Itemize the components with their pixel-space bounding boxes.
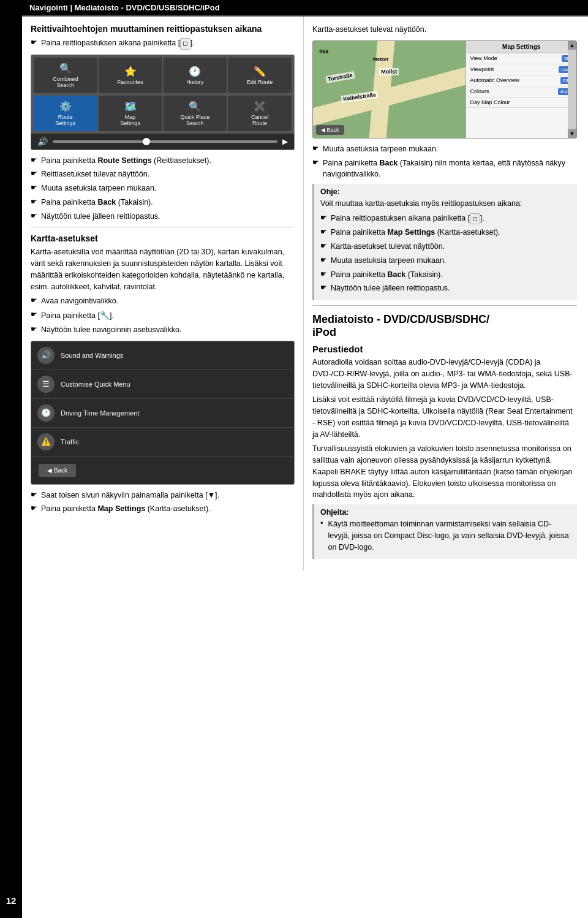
sound-item-label-3: Driving Time Management xyxy=(61,409,139,417)
bold-back-1: Back xyxy=(97,198,116,207)
key-symbol: □ xyxy=(180,38,190,50)
nav-btn-label: RouteSettings xyxy=(56,114,76,126)
arrow-icon-k5: ☛ xyxy=(31,504,37,512)
history-icon: 🕐 xyxy=(189,66,201,77)
scroll-down-btn[interactable]: ▼ xyxy=(568,129,576,138)
map-setting-viewpoint[interactable]: Viewpoint Low xyxy=(466,64,576,75)
kartta-bullet-3: ☛ Näyttöön tulee navigoinnin asetusvalik… xyxy=(31,324,295,336)
day-map-label: Day Map Colour xyxy=(470,99,510,105)
ohje-bullet-2: ☛ Paina painiketta Map Settings (Kartta-… xyxy=(320,227,571,238)
ohje-title: Ohje: xyxy=(320,188,571,196)
bullet-item-5: ☛ Paina painiketta Back (Takaisin). xyxy=(31,197,295,208)
nav-btn-edit-route[interactable]: ✏️ Edit Route xyxy=(228,58,292,93)
nav-btn-label: MapSettings xyxy=(120,114,140,126)
arrow-icon-1: ☛ xyxy=(31,38,37,47)
sound-item-4[interactable]: ⚠️ Traffic xyxy=(31,428,294,457)
ohjeita-bullet-text: Käytä moitteettoman toiminnan varmistami… xyxy=(328,518,571,553)
arrow-icon-r2: ☛ xyxy=(312,158,319,167)
kartta-bullet-2: ☛ Paina painiketta [🔧]. xyxy=(31,309,295,322)
arrow-icon-r1: ☛ xyxy=(312,144,319,153)
viewpoint-label: Viewpoint xyxy=(470,66,494,72)
page-number: 12 xyxy=(6,895,17,906)
nav-btn-label: Edit Route xyxy=(247,79,273,85)
bullet-text-r1: Muuta asetuksia tarpeen mukaan. xyxy=(323,143,438,155)
sound-screenshot: 🔊 Sound and Warnings ☰ Customise Quick M… xyxy=(31,341,295,485)
kartta-bullet-5: ☛ Paina painiketta Map Settings (Kartta-… xyxy=(31,503,295,515)
sound-item-label-1: Sound and Warnings xyxy=(61,352,123,359)
arrow-icon-k4: ☛ xyxy=(31,490,37,499)
nav-btn-label: Quick PlaceSearch xyxy=(180,114,209,126)
traffic-icon: ⚠️ xyxy=(37,433,55,450)
ohje-bullet-1: ☛ Paina reittiopastuksen aikana painiket… xyxy=(320,213,571,225)
right-column: Kartta-asetukset tulevat näyttöön. 96a M… xyxy=(304,17,586,570)
ohjeita-bullet-1: • Käytä moitteettoman toiminnan varmista… xyxy=(320,518,571,553)
nav-btn-favourites[interactable]: ⭐ Favourites xyxy=(99,58,162,93)
map-setting-colours[interactable]: Colours Auto xyxy=(466,86,576,97)
down-arrow-icon: ▼ xyxy=(208,491,215,499)
ohje-box: Ohje: Voit muuttaa kartta-asetuksia myös… xyxy=(312,184,577,300)
right-bullet-1: ☛ Muuta asetuksia tarpeen mukaan. xyxy=(312,143,577,155)
map-area: 96a Metzer Torstraße Mollst Keibelstraße xyxy=(313,41,471,138)
bullet-text-r2: Paina painiketta Back (Takaisin) niin mo… xyxy=(323,157,577,181)
arrow-icon-6: ☛ xyxy=(31,211,37,220)
sound-item-label-2: Customise Quick Menu xyxy=(61,381,130,388)
bullet-text-k2: Paina painiketta [🔧]. xyxy=(41,309,114,322)
search-icon: 🔍 xyxy=(59,63,72,74)
arrow-icon-k1: ☛ xyxy=(31,296,37,305)
bullet-text-2: Paina painiketta Route Settings (Reittia… xyxy=(41,155,211,167)
ohje-bullet-3: ☛ Kartta-asetukset tulevat näyttöön. xyxy=(320,241,571,252)
sound-back-area: ◀ Back xyxy=(31,457,294,484)
arrow-icon-5: ☛ xyxy=(31,197,37,206)
media-title: Mediatoisto - DVD/CD/USB/SDHC/iPod xyxy=(312,313,577,339)
sound-item-2[interactable]: ☰ Customise Quick Menu xyxy=(31,370,294,399)
arrow-icon-ob1: ☛ xyxy=(320,213,327,222)
perustiedot-title: Perustiedot xyxy=(312,344,577,354)
mollst-label: Mollst xyxy=(379,68,399,75)
map-metzer-label: Metzer xyxy=(373,56,388,62)
star-icon: ⭐ xyxy=(124,66,137,77)
bullet-text-6: Näyttöön tulee jälleen reittiopastus. xyxy=(41,211,160,222)
sound-item-3[interactable]: 🕐 Driving Time Management xyxy=(31,399,294,428)
scrollbar: ▲ ▼ xyxy=(568,41,576,138)
clock-icon: 🕐 xyxy=(37,404,55,422)
bullet-text-k4: Saat toisen sivun näkyviin painamalla pa… xyxy=(41,490,219,501)
nav-btn-label: Favourites xyxy=(118,79,143,85)
bullet-text-ob5: Paina painiketta Back (Takaisin). xyxy=(331,269,443,281)
bold-route-settings: Route Settings xyxy=(97,156,151,165)
bullet-text-k1: Avaa navigointivalikko. xyxy=(41,295,118,307)
nav-btn-label: CombinedSearch xyxy=(53,76,78,88)
nav-btn-cancel-route[interactable]: ✖️ CancelRoute xyxy=(228,96,292,131)
sound-icon: 🔊 xyxy=(37,347,55,364)
sound-item-1[interactable]: 🔊 Sound and Warnings xyxy=(31,341,294,370)
map-setting-auto-overview[interactable]: Automatic Overview ON xyxy=(466,75,576,86)
auto-overview-label: Automatic Overview xyxy=(470,77,519,83)
sound-back-button[interactable]: ◀ Back xyxy=(39,464,76,477)
map-setting-view-mode[interactable]: View Mode 3D xyxy=(466,53,576,64)
bullet-item-6: ☛ Näyttöön tulee jälleen reittiopastus. xyxy=(31,211,295,222)
map-setting-day-map[interactable]: Day Map Colour xyxy=(466,97,576,108)
arrow-icon-ob5: ☛ xyxy=(320,270,327,278)
scroll-up-btn[interactable]: ▲ xyxy=(568,41,576,50)
bullet-text-5: Paina painiketta Back (Takaisin). xyxy=(41,197,153,208)
nav-grid-row1: 🔍 CombinedSearch ⭐ Favourites 🕐 History xyxy=(31,55,294,96)
volume-slider[interactable] xyxy=(53,140,277,143)
bullet-text-ob6: Näyttöön tulee jälleen reittiopastus. xyxy=(331,283,450,294)
nav-btn-map-settings[interactable]: 🗺️ MapSettings xyxy=(99,96,162,131)
cancel-icon: ✖️ xyxy=(254,101,266,112)
ohje-bullet-4: ☛ Muuta asetuksia tarpeen mukaan. xyxy=(320,255,571,267)
torstrasse-label: Torstraße xyxy=(325,71,355,83)
nav-btn-quick-place[interactable]: 🔍 Quick PlaceSearch xyxy=(164,96,227,131)
para2: Lisäksi voit esittää näytöllä filmejä ja… xyxy=(312,394,577,440)
bullet-text-1: Paina reittiopastuksen aikana painiketta… xyxy=(41,37,195,50)
ohjeita-box: Ohjeita: • Käytä moitteettoman toiminnan… xyxy=(312,504,577,559)
nav-btn-history[interactable]: 🕐 History xyxy=(164,58,227,93)
settings-icon: ⚙️ xyxy=(59,101,72,112)
arrow-icon-k2: ☛ xyxy=(31,310,37,319)
map-back-button[interactable]: ◀ Back xyxy=(316,125,344,135)
bullet-item-2: ☛ Paina painiketta Route Settings (Reitt… xyxy=(31,155,295,167)
quick-search-icon: 🔍 xyxy=(189,101,201,112)
volume-icon: 🔊 xyxy=(37,137,48,146)
bullet-text-ob2: Paina painiketta Map Settings (Kartta-as… xyxy=(331,227,500,238)
nav-btn-combined-search[interactable]: 🔍 CombinedSearch xyxy=(34,58,97,93)
nav-btn-route-settings[interactable]: ⚙️ RouteSettings xyxy=(34,96,97,131)
